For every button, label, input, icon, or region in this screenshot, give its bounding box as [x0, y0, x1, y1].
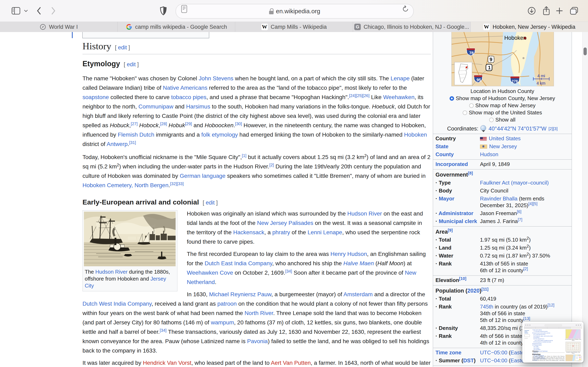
wiki-link[interactable]: 745th — [480, 304, 493, 310]
wiki-link[interactable]: State — [435, 143, 449, 150]
tab-overview-icon[interactable] — [568, 5, 580, 17]
wiki-link[interactable]: Faulkner Act (mayor–council) — [480, 180, 549, 186]
radio-icon[interactable] — [469, 103, 474, 108]
wiki-link[interactable]: Pavonia — [247, 338, 268, 344]
reference-link[interactable]: [31] — [129, 140, 136, 145]
globe-icon[interactable] — [480, 125, 486, 132]
new-tab-icon[interactable] — [554, 5, 565, 17]
scrollbar-thumb[interactable] — [584, 48, 587, 55]
reference-link[interactable]: [2] — [269, 163, 274, 167]
reference-link[interactable]: [34] — [285, 269, 292, 273]
wiki-link[interactable]: Weehawken Cove — [187, 269, 233, 276]
reference-link[interactable]: [32][33] — [170, 182, 184, 186]
wiki-link[interactable]: Hoboken Cemetery, North Bergen — [82, 182, 168, 188]
wiki-link[interactable]: Communipaw — [138, 103, 173, 110]
wiki-link[interactable]: County — [435, 151, 454, 157]
wiki-link[interactable]: Hackensack — [233, 229, 264, 235]
reference-link[interactable]: [10] — [459, 276, 467, 281]
wiki-link[interactable]: 2020 — [467, 288, 480, 294]
address-bar[interactable]: en.wikipedia.org — [176, 4, 414, 18]
edit-link[interactable]: [ edit ] — [203, 200, 218, 206]
wiki-link[interactable]: Hudson River — [95, 269, 128, 275]
reference-link[interactable]: [7] — [518, 218, 522, 222]
wiki-link[interactable]: UTC−05:00 — [480, 350, 507, 356]
reference-link[interactable]: [2] — [523, 267, 528, 271]
screenshot-preview-window[interactable]: 7 Arts and culture7.1 Annual cultural ev… — [522, 322, 584, 363]
privacy-shield-icon[interactable] — [158, 5, 168, 17]
wiki-link[interactable]: Dutch East India Company — [205, 260, 272, 267]
map-radio-option[interactable]: Show all — [435, 117, 569, 123]
reference-link[interactable]: [28] — [160, 122, 167, 126]
wiki-link[interactable]: United States — [489, 135, 521, 142]
downloads-icon[interactable] — [526, 5, 537, 17]
reference-link[interactable]: [4][5] — [528, 201, 537, 206]
wiki-link[interactable]: Harsimus — [186, 103, 210, 110]
wiki-link[interactable]: Lenni Lenape — [307, 229, 342, 235]
reference-link[interactable]: [1] — [242, 153, 246, 158]
reference-link[interactable]: [9] — [448, 228, 453, 233]
browser-tab[interactable]: World War I — [0, 22, 118, 32]
reference-link[interactable]: [27] — [131, 122, 138, 126]
wiki-link[interactable]: Municipal clerk — [439, 218, 477, 224]
wiki-link[interactable]: DST — [463, 358, 474, 364]
browser-tab[interactable]: GChicago, Illinois to Hoboken, NJ - Goog… — [353, 22, 471, 32]
wiki-link[interactable]: Mayor — [439, 196, 454, 202]
wiki-link[interactable]: wampum — [211, 319, 234, 325]
wiki-link[interactable]: New Jersey Palisades — [257, 220, 313, 226]
wiki-link[interactable]: Native Americans — [163, 85, 208, 91]
wiki-link[interactable]: Halve Maen — [343, 260, 374, 267]
edit-link[interactable]: [ edit ] — [115, 44, 130, 50]
wiki-link[interactable]: folk etymology — [201, 132, 238, 138]
edit-link[interactable]: [ edit ] — [124, 61, 139, 67]
refresh-icon[interactable] — [400, 3, 411, 15]
wiki-link[interactable]: New Jersey — [489, 143, 517, 150]
chevron-down-icon[interactable] — [23, 5, 29, 17]
map-radio-option[interactable]: Show map of New Jersey — [435, 102, 569, 109]
scrollbar-track[interactable] — [582, 32, 588, 367]
wiki-link[interactable]: Administrator — [439, 210, 473, 216]
wiki-link[interactable]: patroon — [217, 300, 237, 307]
wiki-link[interactable]: UTC−04:00 — [480, 358, 507, 364]
reference-link[interactable]: [12] — [548, 303, 554, 307]
map-radio-option[interactable]: Show map of the United States — [435, 109, 569, 116]
reference-link[interactable]: [11] — [481, 287, 488, 291]
browser-tab[interactable]: WHoboken, New Jersey - Wikipedia — [471, 22, 588, 32]
wiki-link[interactable]: tobacco pipes — [171, 94, 207, 100]
wiki-link[interactable]: Ravinder Bhalla — [480, 196, 518, 202]
reference-link[interactable]: [8] — [468, 171, 473, 175]
browser-tab[interactable]: camp mills wikipedia - Google Search — [118, 22, 235, 32]
sidebar-toggle-icon[interactable] — [10, 5, 22, 17]
url-text[interactable]: en.wikipedia.org — [276, 8, 320, 15]
wiki-link[interactable]: Hudson — [480, 151, 498, 157]
wiki-link[interactable]: Antwerp — [107, 141, 128, 147]
wiki-link[interactable]: phratry — [272, 229, 290, 235]
radio-icon[interactable] — [463, 110, 467, 115]
wiki-link[interactable]: Hendrick Van Vorst — [143, 360, 191, 366]
enlarge-icon[interactable] — [170, 268, 176, 273]
reference-link[interactable]: [29] — [185, 122, 192, 126]
reference-link[interactable]: [34] — [160, 328, 166, 333]
wiki-link[interactable]: Hudson River — [347, 210, 382, 217]
wiki-link[interactable]: John Stevens — [199, 75, 233, 82]
wiki-link[interactable]: Henry Hudson — [330, 251, 367, 257]
share-icon[interactable] — [541, 5, 552, 17]
location-map[interactable]: Hoboken 78 95 — [451, 32, 553, 86]
radio-selected-icon[interactable] — [450, 96, 454, 101]
article-figure[interactable]: The Hudson River during the 1880s, offsh… — [82, 210, 177, 291]
back-button[interactable] — [34, 5, 43, 17]
coordinates-link[interactable]: 40°44′42″N 74°01′57″W — [489, 125, 546, 132]
wiki-link[interactable]: Flemish Dutch — [118, 132, 154, 138]
wiki-link[interactable]: Aert Van Putten — [271, 360, 311, 366]
radio-icon[interactable] — [489, 118, 494, 122]
wiki-link[interactable]: Amsterdam — [343, 291, 373, 298]
wiki-link[interactable]: Time zone — [435, 350, 461, 356]
wiki-link[interactable]: Lenape — [390, 75, 410, 82]
reference-link[interactable]: [13] — [523, 316, 530, 321]
wiki-link[interactable]: Michael Reyniersz Pauw — [209, 291, 271, 298]
forward-button[interactable] — [49, 5, 58, 17]
reference-link[interactable]: [30] — [235, 122, 242, 126]
wiki-link[interactable]: Hoboken — [404, 132, 427, 138]
wiki-link[interactable]: Dutch West India Company — [82, 300, 151, 307]
wiki-link[interactable]: German language — [180, 173, 225, 179]
wiki-link[interactable]: Weehawken — [383, 94, 415, 100]
